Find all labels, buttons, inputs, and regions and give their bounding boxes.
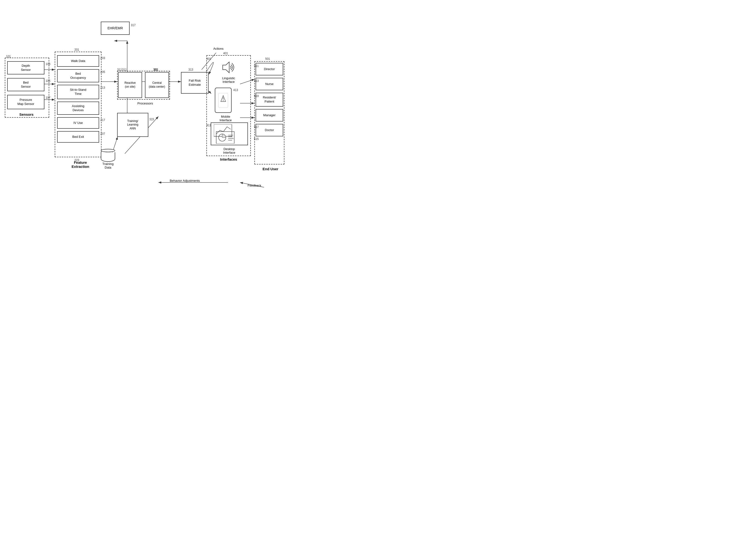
central-processor-box: Central(data center) [145,72,169,98]
walk-data-box: Walk Data [57,55,99,67]
assisting-devices-box: AssistingDevices [57,102,99,115]
ref-101: 101 [6,55,11,58]
depth-sensor-box: DepthSensor [7,61,44,74]
sensors-label: Sensors [12,112,41,116]
ehr-box: EHR/EMR [101,22,130,35]
ref-107: 107 [46,96,50,99]
linguistic-interface-area [211,56,246,78]
fall-risk-box: Fall RiskEstimate [181,72,209,94]
resident-patient-box: Resident/Patient [256,93,283,107]
training-ann-box: Training/LearningANN [117,113,148,137]
sit-to-stand-box: Sit-to-StandTime [57,85,99,99]
doctor-box: Doctor [256,124,283,136]
desktop-interface-label: DesktopInterface [212,147,246,154]
bed-occupancy-box: BedOccupancy [57,69,99,82]
reactive-processor-box: Reactive(on site) [118,72,142,98]
bed-exit-box: Bed Exit [57,131,99,143]
mobile-interface-label: MobileInterface [209,115,242,122]
iv-use-box: IV Use [57,117,99,129]
ref-301-label: 301 [153,68,158,71]
ref-103: 103 [46,62,50,66]
mobile-interface-device [215,88,232,113]
director-box: Director [256,63,283,75]
ref-207: 207 [100,132,105,135]
training-data-label: TrainingData [96,162,120,169]
ref-513: 513 [254,79,259,83]
ref-411: 411 [206,124,211,127]
end-user-label: End User [257,167,284,171]
ref-413: 413 [233,88,238,92]
processors-label: Processors [120,102,170,105]
svg-point-24 [223,100,224,101]
ref-313: 313 [188,68,193,71]
training-data-icon [101,149,115,162]
ref-203: 203 [100,56,105,60]
speaker-icon [222,61,236,74]
pressure-sensor-box: PressureMap Sensor [7,95,44,109]
ref-517: 517 [254,125,259,129]
ref-501: 501 [265,57,270,60]
ref-515: 515 [254,137,259,141]
db-body [101,152,115,162]
nurse-box: Nurse [256,78,283,90]
linguistic-interface-label: LinguisticInterface [211,76,246,84]
manager-box: Manager [256,109,283,121]
ref-311: 311 [122,68,127,71]
ref-401: 401 [223,52,228,55]
ref-317: 317 [131,24,136,27]
ref-519: 519 [254,94,259,98]
feedback-label: Feedback [242,184,266,187]
bed-sensor-box: BedSensor [7,78,44,91]
desktop-screen-icon [214,124,245,143]
feature-extraction-label: FeatureExtraction [59,160,102,168]
ref-311-label: 311 [117,68,122,71]
behavior-adjustments-label: Behavior Adjustments [158,179,211,182]
ref-415: 401 [206,57,211,60]
desktop-interface-device [211,122,248,145]
actions-label: Actions [209,47,228,50]
ref-217: 217 [100,118,105,122]
ref-205: 205 [100,70,105,74]
ref-511: 511 [254,64,259,68]
ref-201: 201 [74,48,79,51]
diagram: 101 DepthSensor BedSensor PressureMap Se… [0,0,288,216]
interfaces-label: Interfaces [210,157,247,161]
ref-105: 105 [46,79,50,83]
ref-315: 315 [149,118,154,121]
db-top [101,149,115,152]
svg-marker-20 [223,62,229,73]
mobile-screen-icon [217,92,229,109]
ref-213: 213 [100,86,105,89]
